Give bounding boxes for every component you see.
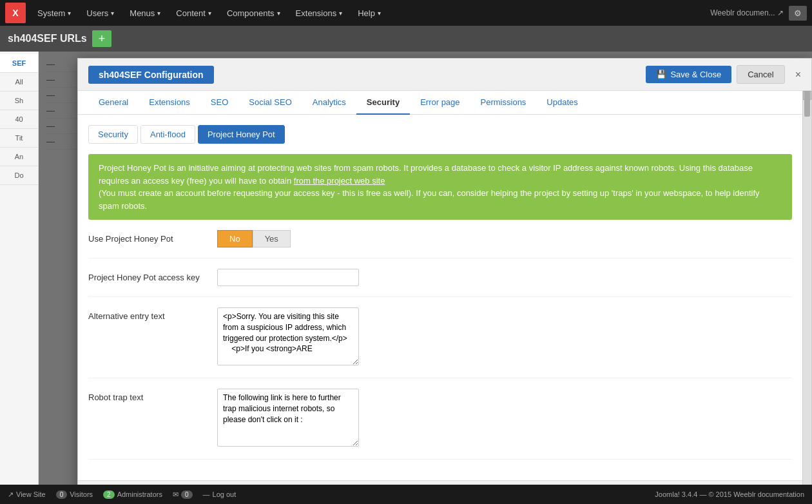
- gear-button[interactable]: ⚙: [789, 6, 807, 21]
- sidebar-item-sh[interactable]: Sh: [0, 92, 38, 110]
- tab-extensions[interactable]: Extensions: [139, 91, 200, 115]
- weeblr-doc-link[interactable]: Weeblr documen... ↗: [710, 8, 784, 17]
- close-icon[interactable]: ×: [795, 69, 801, 81]
- alt-entry-textarea-wrap: <p>Sorry. You are visiting this site fro…: [217, 307, 359, 367]
- alt-entry-textarea[interactable]: <p>Sorry. You are visiting this site fro…: [217, 307, 359, 365]
- robot-trap-control: The following link is here to further tr…: [217, 389, 792, 449]
- page-content: — — — — — — sh404SEF Configuration 💾 Sav…: [39, 52, 812, 485]
- add-button[interactable]: +: [92, 30, 112, 47]
- modal-header: sh404SEF Configuration 💾 Save & Close Ca…: [78, 59, 811, 91]
- tab-analytics[interactable]: Analytics: [302, 91, 356, 115]
- modal-header-actions: 💾 Save & Close Cancel ×: [646, 65, 801, 84]
- sidebar: SEF All Sh 40 Tit An Do: [0, 52, 39, 485]
- tab-social-seo[interactable]: Social SEO: [238, 91, 302, 115]
- tab-updates[interactable]: Updates: [536, 91, 588, 115]
- robot-trap-label: Robot trap text: [88, 389, 217, 402]
- info-text-line2: (You must create an account before reque…: [99, 188, 760, 211]
- modal-scroll-content[interactable]: General Extensions SEO Social SEO Analyt…: [78, 91, 802, 485]
- nav-users[interactable]: Users ▾: [80, 6, 121, 21]
- nav-extensions[interactable]: Extensions ▾: [289, 6, 349, 21]
- caret-icon: ▾: [339, 10, 342, 17]
- access-key-input[interactable]: [217, 269, 359, 286]
- bottom-bar: ↗ View Site 0 Visitors 2 Administrators …: [0, 485, 812, 504]
- use-honey-pot-control: No Yes: [217, 230, 792, 247]
- view-site-link[interactable]: ↗ View Site: [8, 490, 46, 499]
- mail-link[interactable]: ✉ 0: [173, 490, 193, 499]
- second-bar: sh404SEF URLs +: [0, 26, 812, 52]
- caret-icon: ▾: [68, 10, 71, 17]
- sidebar-item-40[interactable]: 40: [0, 110, 38, 129]
- modal-body-wrap: General Extensions SEO Social SEO Analyt…: [78, 91, 811, 485]
- modal-title-button[interactable]: sh404SEF Configuration: [88, 66, 214, 84]
- tab-general[interactable]: General: [88, 91, 139, 115]
- top-navbar: X System ▾ Users ▾ Menus ▾ Content ▾ Com…: [0, 0, 812, 26]
- sidebar-item-sef[interactable]: SEF: [0, 54, 38, 73]
- joomla-brand: X: [5, 3, 26, 23]
- robot-trap-textarea[interactable]: The following link is here to further tr…: [217, 389, 359, 447]
- info-box: Project Honey Pot is an initiative aimin…: [88, 154, 792, 220]
- sidebar-item-all[interactable]: All: [0, 73, 38, 92]
- visitors-link[interactable]: 0 Visitors: [56, 490, 93, 499]
- modal-content-area: Security Anti-flood Project Honey Pot Pr…: [78, 115, 802, 480]
- access-key-label: Project Honey Pot access key: [88, 269, 217, 282]
- toggle-group-honey-pot: No Yes: [217, 230, 792, 247]
- mail-icon: ✉: [173, 490, 179, 499]
- mail-badge: 0: [181, 490, 193, 499]
- sidebar-item-do[interactable]: Do: [0, 166, 38, 185]
- project-web-site-link[interactable]: from the project web site: [294, 176, 385, 186]
- cancel-button[interactable]: Cancel: [737, 65, 784, 84]
- nav-components[interactable]: Components ▾: [220, 6, 287, 21]
- modal-footer: sh404SEF 4.7.0.3024 | License | Copyrigh…: [78, 480, 802, 485]
- save-close-button[interactable]: 💾 Save & Close: [646, 66, 731, 83]
- scrollbar-thumb[interactable]: [804, 91, 810, 117]
- form-row-use-honey-pot: Use Project Honey Pot No Yes: [88, 230, 792, 258]
- nav-system[interactable]: System ▾: [31, 6, 77, 21]
- page-title: sh404SEF URLs: [8, 33, 87, 44]
- form-row-robot-trap: Robot trap text The following link is he…: [88, 389, 792, 460]
- toggle-yes-button[interactable]: Yes: [253, 230, 291, 247]
- caret-icon: ▾: [277, 10, 280, 17]
- tab-security[interactable]: Security: [356, 91, 410, 115]
- nav-menus[interactable]: Menus ▾: [123, 6, 167, 21]
- admins-badge: 2: [103, 490, 115, 499]
- dash-icon: —: [203, 490, 210, 498]
- visitors-badge: 0: [56, 490, 68, 499]
- bottom-links: ↗ View Site 0 Visitors 2 Administrators …: [8, 490, 236, 499]
- sub-tabs: Security Anti-flood Project Honey Pot: [88, 125, 792, 144]
- alt-entry-control: <p>Sorry. You are visiting this site fro…: [217, 307, 792, 367]
- sidebar-item-tit[interactable]: Tit: [0, 129, 38, 148]
- admins-link[interactable]: 2 Administrators: [103, 490, 162, 499]
- nav-help[interactable]: Help ▾: [351, 6, 387, 21]
- sidebar-item-an[interactable]: An: [0, 148, 38, 166]
- main-tabs: General Extensions SEO Social SEO Analyt…: [78, 91, 802, 115]
- caret-icon: ▾: [378, 10, 381, 17]
- main-layout: SEF All Sh 40 Tit An Do — — — — — — sh40…: [0, 52, 812, 485]
- tab-permissions[interactable]: Permissions: [470, 91, 537, 115]
- alt-entry-label: Alternative entry text: [88, 307, 217, 321]
- form-row-alt-entry: Alternative entry text <p>Sorry. You are…: [88, 307, 792, 378]
- caret-icon: ▾: [208, 10, 211, 17]
- access-key-control: [217, 269, 792, 286]
- toggle-no-button[interactable]: No: [217, 230, 253, 247]
- subtab-project-honey-pot[interactable]: Project Honey Pot: [198, 125, 285, 144]
- subtab-security[interactable]: Security: [88, 125, 138, 144]
- external-link-icon: ↗: [8, 490, 14, 499]
- tab-error-page[interactable]: Error page: [410, 91, 470, 115]
- modal-dialog: sh404SEF Configuration 💾 Save & Close Ca…: [77, 58, 812, 485]
- navbar-right: Weeblr documen... ↗ ⚙: [710, 6, 807, 21]
- save-icon: 💾: [656, 70, 666, 79]
- info-text-line1: Project Honey Pot is an initiative aimin…: [99, 163, 753, 186]
- form-row-access-key: Project Honey Pot access key: [88, 269, 792, 297]
- bottom-right-text: Joomla! 3.4.4 — © 2015 Weeblr documentat…: [655, 490, 804, 498]
- caret-icon: ▾: [157, 10, 160, 17]
- logout-link[interactable]: — Log out: [203, 490, 237, 499]
- modal-scrollbar[interactable]: ▲ ▼: [802, 91, 811, 485]
- subtab-antiflood[interactable]: Anti-flood: [140, 125, 195, 144]
- tab-seo[interactable]: SEO: [200, 91, 238, 115]
- nav-content[interactable]: Content ▾: [169, 6, 218, 21]
- caret-icon: ▾: [111, 10, 114, 17]
- use-honey-pot-label: Use Project Honey Pot: [88, 230, 217, 244]
